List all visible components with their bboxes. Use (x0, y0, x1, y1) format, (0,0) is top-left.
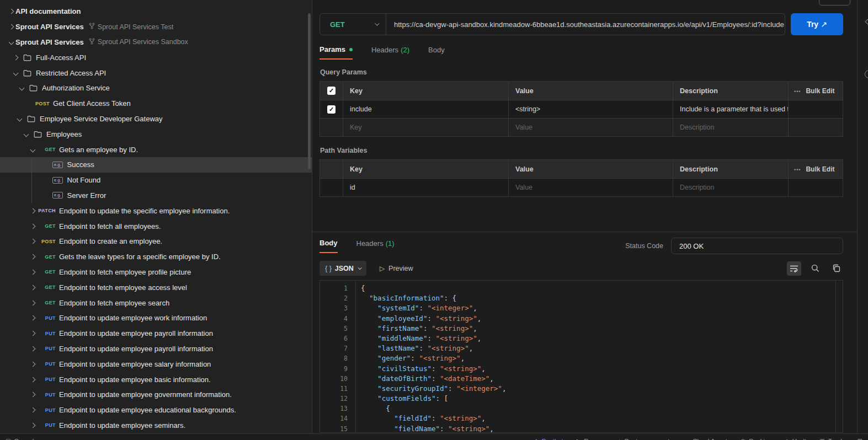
chevron-right-icon[interactable] (28, 255, 37, 259)
statusbar-item-postbot[interactable]: ◆Postbot (534, 438, 563, 440)
sidebar-item[interactable]: POSTGet Client Access Token (0, 96, 312, 111)
sidebar-item[interactable]: PUTEndpoint to update employee work info… (0, 310, 312, 326)
select-all-checkbox[interactable] (327, 87, 336, 95)
param-value-placeholder[interactable]: Value (509, 119, 673, 136)
chevron-right-icon[interactable] (28, 423, 37, 427)
table-row[interactable]: id Value Description (320, 178, 843, 196)
sidebar-item[interactable]: PUTEndpoint to update employee basic inf… (0, 372, 312, 387)
pathvar-key-cell[interactable]: id (343, 179, 509, 196)
method-select[interactable]: GET (320, 14, 386, 35)
sidebar-item[interactable]: GETEndpoint to fetch all employees. (0, 218, 312, 234)
sidebar-item[interactable]: API documentation (0, 4, 312, 19)
statusbar-item-vault[interactable]: ◇Vault (785, 438, 806, 440)
chevron-right-icon[interactable] (7, 9, 15, 13)
search-icon[interactable] (808, 261, 822, 276)
tab-body[interactable]: Body (428, 45, 445, 60)
chevron-right-icon[interactable] (28, 362, 37, 366)
sidebar-item[interactable]: PUTEndpoint to update employee salary in… (0, 356, 312, 372)
chevron-right-icon[interactable] (7, 25, 15, 29)
chevron-right-icon[interactable] (28, 408, 37, 412)
bulk-edit-button[interactable]: Bulk Edit (789, 82, 843, 100)
tab-response-body[interactable]: Body (319, 239, 338, 253)
sidebar-item[interactable]: Sprout API ServicesSprout API Services T… (0, 19, 312, 35)
statusbar-item-capture-requests[interactable]: ↕Capture requests (618, 438, 673, 440)
sidebar-item[interactable]: Restricted Access API (0, 65, 312, 81)
statusbar-item-cookies[interactable]: ◍Cookies (741, 438, 771, 440)
bulk-edit-button[interactable]: Bulk Edit (789, 160, 843, 178)
sidebar-item[interactable]: Employee Service Developer Gateway (0, 111, 312, 127)
pathvar-description-placeholder[interactable]: Description (673, 179, 789, 196)
status-code-select[interactable]: 200 OK (671, 238, 843, 254)
editor-scrollbar[interactable] (835, 281, 843, 432)
tab-params[interactable]: Params (319, 45, 353, 60)
sidebar-scrollbar[interactable] (308, 13, 311, 169)
partial-top-button[interactable] (819, 0, 850, 6)
sidebar-item[interactable]: Authorization Service (0, 81, 312, 96)
row-checkbox[interactable] (327, 105, 336, 114)
param-key-cell[interactable]: include (343, 100, 509, 118)
sidebar-item[interactable]: Server Error (0, 188, 312, 203)
sidebar-item[interactable]: Sprout API ServicesSprout API Services S… (0, 35, 312, 50)
response-body-editor[interactable]: 12345678910111213141516 { "basicInformat… (319, 280, 843, 433)
sidebar-item[interactable]: GETGets the leave types for a specific e… (0, 249, 312, 265)
chevron-right-icon[interactable] (28, 301, 37, 305)
preview-button[interactable]: Preview (380, 265, 413, 272)
grid-icon[interactable]: ⊞ (858, 437, 862, 440)
sidebar-item[interactable]: PUTEndpoint to update employee seminars. (0, 418, 312, 433)
play-icon (380, 265, 388, 272)
param-key-placeholder[interactable]: Key (343, 119, 509, 136)
sidebar-item[interactable]: PUTEndpoint to update employee governmen… (0, 387, 312, 403)
statusbar-item-cloud-agent[interactable]: ○Cloud Agent (686, 438, 727, 440)
collapse-chevron-icon[interactable] (865, 19, 868, 25)
chevron-right-icon[interactable] (28, 331, 37, 335)
chevron-right-icon[interactable] (28, 224, 37, 228)
param-description-cell[interactable]: Include is a parameter that is used to d… (673, 100, 789, 118)
chevron-right-icon[interactable] (28, 286, 37, 289)
chevron-down-icon[interactable] (7, 40, 15, 44)
chevron-right-icon[interactable] (28, 393, 37, 396)
chevron-right-icon[interactable] (28, 316, 37, 320)
sidebar-item[interactable]: POSTEndpoint to create an employee. (0, 234, 312, 249)
chevron-down-icon[interactable] (28, 148, 37, 152)
tab-response-headers[interactable]: Headers (1) (356, 239, 395, 253)
sidebar-item[interactable]: GETEndpoint to fetch employee search (0, 295, 312, 310)
tab-headers[interactable]: Headers (2) (371, 45, 409, 60)
statusbar-item-console[interactable]: ▤Console (6, 438, 38, 440)
request-url-input[interactable]: https://ca-devgw-api-sandbox.kindmeadow-… (386, 14, 785, 35)
chevron-right-icon[interactable] (11, 56, 20, 60)
sidebar-item[interactable]: PATCHEndpoint to update the specific emp… (0, 203, 312, 218)
statusbar-item-trash[interactable]: ▥Trash (819, 438, 844, 440)
chevron-right-icon[interactable] (28, 378, 37, 382)
chevron-right-icon[interactable] (28, 209, 37, 213)
statusbar-item-runner[interactable]: ▶Runner (577, 438, 605, 440)
sidebar-item[interactable]: GETGets an employee by ID. (0, 142, 312, 157)
sidebar-item[interactable]: GETEndpoint to fetch employee profile pi… (0, 265, 312, 280)
chevron-down-icon[interactable] (11, 71, 20, 75)
word-wrap-icon[interactable] (787, 261, 801, 276)
chevron-right-icon[interactable] (28, 239, 37, 243)
sidebar-item[interactable]: PUTEndpoint to update employee education… (0, 403, 312, 418)
chevron-right-icon[interactable] (28, 270, 37, 274)
line-number: 4 (320, 314, 348, 324)
sidebar-item[interactable]: PUTEndpoint to update employee payroll i… (0, 341, 312, 357)
chevron-down-icon[interactable] (15, 117, 24, 121)
chevron-right-icon[interactable] (28, 347, 37, 351)
try-button[interactable]: Try↗ (791, 13, 843, 35)
chevron-down-icon[interactable] (17, 86, 26, 90)
sidebar-item[interactable]: PUTEndpoint to update employee payroll i… (0, 326, 312, 341)
param-description-placeholder[interactable]: Description (673, 119, 789, 136)
format-select[interactable]: JSON (319, 261, 366, 276)
sidebar-item[interactable]: Not Found (0, 173, 312, 188)
sidebar-item[interactable]: Employees (0, 126, 312, 142)
copy-icon[interactable] (829, 261, 843, 276)
pathvar-value-placeholder[interactable]: Value (509, 179, 673, 196)
partial-circle-icon[interactable] (865, 70, 868, 78)
param-value-cell[interactable]: <string> (509, 100, 673, 118)
table-row-empty[interactable]: Key Value Description (320, 118, 843, 136)
sidebar-item[interactable]: GETEndpoint to fetch employee access lev… (0, 280, 312, 295)
table-row[interactable]: include <string> Include is a parameter … (320, 100, 843, 118)
sidebar-item[interactable]: Success (0, 157, 312, 173)
chevron-down-icon[interactable] (22, 132, 30, 136)
sidebar-item[interactable]: Full-Access API (0, 50, 312, 65)
folder-icon (23, 69, 31, 77)
